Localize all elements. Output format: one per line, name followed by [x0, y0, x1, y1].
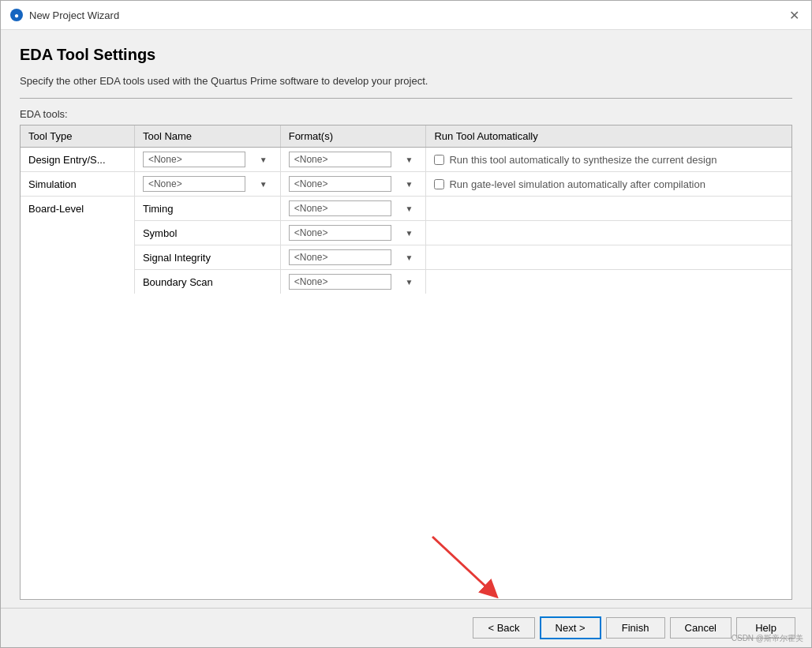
select-arrow-icon-6: ▼: [406, 229, 413, 238]
tool-name-signal: Signal Integrity: [134, 245, 280, 270]
format-select-boundary[interactable]: <None>: [289, 274, 391, 290]
separator: [20, 98, 792, 99]
format-cell-design: <None> ▼: [280, 148, 426, 172]
table-row: Boundary Scan <None> ▼: [21, 270, 791, 294]
table-row: Simulation <None> ▼: [21, 172, 791, 197]
format-cell-timing: <None> ▼: [280, 197, 426, 221]
auto-checkbox-sim-wrapper: Run gate-level simulation automatically …: [434, 178, 784, 190]
tool-type-design-entry: Design Entry/S...: [21, 148, 134, 172]
next-button[interactable]: Next >: [540, 616, 601, 639]
format-select-wrapper-timing: <None> ▼: [289, 200, 418, 216]
select-arrow-icon: ▼: [260, 155, 268, 164]
page-title: EDA Tool Settings: [20, 46, 792, 64]
format-select-sim[interactable]: <None>: [289, 176, 391, 192]
format-select-signal[interactable]: <None>: [289, 249, 391, 265]
tool-name-select-design[interactable]: <None>: [143, 152, 245, 167]
format-cell-symbol: <None> ▼: [280, 221, 426, 245]
format-select-design[interactable]: <None>: [289, 152, 391, 167]
select-arrow-icon-5: ▼: [406, 204, 413, 213]
watermark: CSDN @斯帝尔霍美: [732, 633, 803, 644]
close-button[interactable]: ✕: [786, 7, 802, 23]
format-cell-boundary: <None> ▼: [280, 270, 426, 294]
format-select-wrapper-sim: <None> ▼: [289, 176, 418, 192]
title-bar-left: ● New Project Wizard: [10, 9, 119, 21]
auto-cell-design: Run this tool automatically to synthesiz…: [426, 148, 791, 172]
format-select-timing[interactable]: <None>: [289, 200, 391, 216]
col-formats: Format(s): [280, 125, 426, 148]
format-cell-signal: <None> ▼: [280, 245, 426, 270]
dialog-window: ● New Project Wizard ✕ EDA Tool Settings…: [0, 0, 812, 648]
tool-name-select-sim[interactable]: <None>: [143, 176, 245, 192]
back-button[interactable]: < Back: [473, 617, 534, 639]
tool-name-cell-sim: <None> ▼: [134, 172, 280, 197]
format-select-wrapper-signal: <None> ▼: [289, 249, 418, 265]
col-tool-type: Tool Type: [21, 125, 134, 148]
tool-name-timing: Timing: [134, 197, 280, 221]
table-row: Board-Level Timing <None> ▼: [21, 197, 791, 221]
auto-cell-symbol: [426, 221, 791, 245]
select-arrow-icon-4: ▼: [406, 180, 413, 189]
select-arrow-icon-7: ▼: [406, 253, 413, 262]
eda-tools-table-container: Tool Type Tool Name Format(s) Run Tool A…: [20, 125, 792, 600]
tool-name-boundary: Boundary Scan: [134, 270, 280, 294]
auto-checkbox-design-wrapper: Run this tool automatically to synthesiz…: [434, 154, 784, 166]
col-run-auto: Run Tool Automatically: [426, 125, 791, 148]
auto-checkbox-sim[interactable]: [434, 179, 444, 189]
auto-cell-timing: [426, 197, 791, 221]
col-tool-name: Tool Name: [134, 125, 280, 148]
footer: < Back Next > Finish Cancel Help CSDN @斯…: [1, 608, 811, 647]
auto-cell-boundary: [426, 270, 791, 294]
title-bar-text: New Project Wizard: [29, 9, 119, 21]
tool-type-simulation: Simulation: [21, 172, 134, 197]
select-arrow-icon-2: ▼: [406, 155, 413, 164]
table-header-row: Tool Type Tool Name Format(s) Run Tool A…: [21, 125, 791, 148]
format-cell-sim: <None> ▼: [280, 172, 426, 197]
format-select-wrapper-symbol: <None> ▼: [289, 225, 418, 241]
table-row: Symbol <None> ▼: [21, 221, 791, 245]
auto-label-sim: Run gate-level simulation automatically …: [449, 178, 705, 190]
tool-type-board-level: Board-Level: [21, 197, 134, 294]
tool-name-select-wrapper-sim: <None> ▼: [143, 176, 272, 192]
eda-tools-table: Tool Type Tool Name Format(s) Run Tool A…: [21, 125, 791, 294]
format-select-wrapper-design: <None> ▼: [289, 152, 418, 167]
tool-name-cell-design: <None> ▼: [134, 148, 280, 172]
cancel-button[interactable]: Cancel: [670, 617, 732, 639]
select-arrow-icon-3: ▼: [260, 180, 268, 189]
finish-button[interactable]: Finish: [606, 617, 665, 639]
section-label: EDA tools:: [20, 108, 792, 120]
auto-checkbox-design[interactable]: [434, 155, 444, 165]
content-area: EDA Tool Settings Specify the other EDA …: [1, 30, 811, 608]
auto-cell-signal: [426, 245, 791, 270]
app-icon: ●: [10, 9, 23, 21]
format-select-symbol[interactable]: <None>: [289, 225, 391, 241]
tool-name-select-wrapper-design: <None> ▼: [143, 152, 272, 167]
tool-name-symbol: Symbol: [134, 221, 280, 245]
title-bar: ● New Project Wizard ✕: [1, 1, 811, 30]
select-arrow-icon-8: ▼: [406, 278, 413, 287]
auto-cell-sim: Run gate-level simulation automatically …: [426, 172, 791, 197]
table-row: Design Entry/S... <None> ▼: [21, 148, 791, 172]
table-row: Signal Integrity <None> ▼: [21, 245, 791, 270]
format-select-wrapper-boundary: <None> ▼: [289, 274, 418, 290]
description-text: Specify the other EDA tools used with th…: [20, 75, 792, 87]
auto-label-design: Run this tool automatically to synthesiz…: [449, 154, 717, 166]
